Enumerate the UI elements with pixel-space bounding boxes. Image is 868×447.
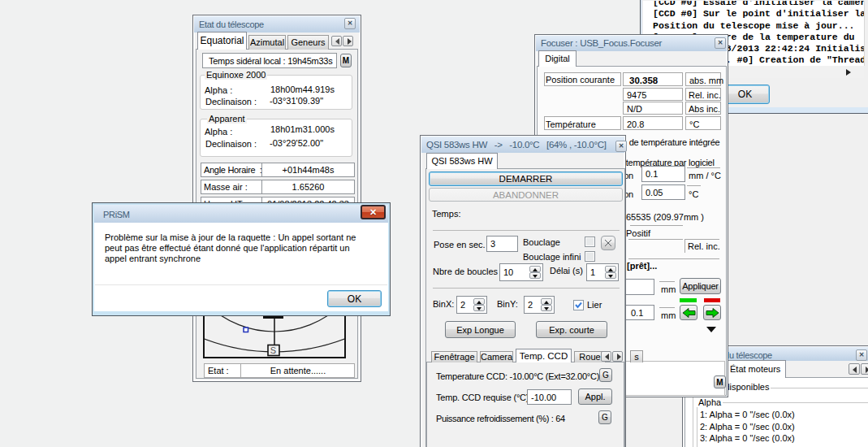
svg-text:S: S	[270, 345, 276, 355]
